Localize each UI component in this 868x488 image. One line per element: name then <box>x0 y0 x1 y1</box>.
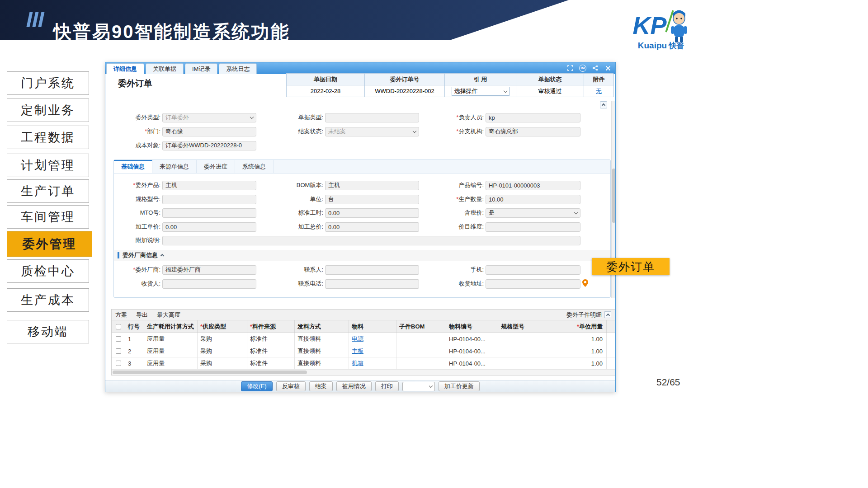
status-badge: 审核通过 <box>516 85 584 97</box>
subtab-outsource-progress[interactable]: 委外进度 <box>197 160 235 173</box>
share-icon[interactable] <box>591 64 599 72</box>
receiver-input[interactable] <box>162 279 256 289</box>
contact-input[interactable] <box>325 265 419 275</box>
toolbar-max-height-button[interactable]: 最大高度 <box>157 311 180 319</box>
department-input[interactable]: 奇石缘 <box>162 127 256 136</box>
processing-price-update-button[interactable]: 加工价更新 <box>439 381 480 391</box>
close-status-select[interactable]: 未结案 <box>325 127 419 136</box>
price-dimension-input[interactable] <box>486 222 580 232</box>
tab-im-records[interactable]: IM记录 <box>185 63 217 74</box>
collapse-form-button[interactable] <box>600 101 607 108</box>
phone-input[interactable] <box>325 279 419 289</box>
grid-col-consumption-calc[interactable]: 生产耗用计算方式 <box>144 320 198 333</box>
sidebar-item-production-order[interactable]: 生产订单 <box>7 179 89 203</box>
sidebar-item-workshop-management[interactable]: 车间管理 <box>7 205 89 229</box>
doc-type-input[interactable] <box>325 113 419 122</box>
header-col-status: 单据状态 <box>516 74 584 85</box>
unapprove-button[interactable]: 反审核 <box>276 381 306 391</box>
attachment-link[interactable]: 无 <box>596 87 602 95</box>
grid-col-spec[interactable]: 规格型号 <box>498 320 550 333</box>
close-icon[interactable] <box>604 64 612 72</box>
note-textarea[interactable] <box>162 236 580 245</box>
collapse-grid-button[interactable] <box>604 311 611 318</box>
tax-included-select[interactable]: 是 <box>486 208 580 218</box>
select-all-checkbox[interactable] <box>116 324 121 329</box>
row-checkbox[interactable] <box>116 361 121 366</box>
mobile-input[interactable] <box>486 265 580 275</box>
grid-header-row: 行号 生产耗用计算方式 *供应类型 *料件来源 发料方式 物料 子件BOM 物料… <box>112 320 615 333</box>
scrollbar-thumb[interactable] <box>612 169 615 223</box>
grid-col-unit-usage[interactable]: *单位用量 <box>550 320 607 333</box>
collapse-section-icon[interactable] <box>160 254 164 258</box>
scrollbar-thumb[interactable] <box>113 371 307 374</box>
sidebar-item-quality-center[interactable]: 质检中心 <box>7 259 89 283</box>
material-link[interactable]: 机箱 <box>352 359 363 367</box>
branch-input[interactable]: 奇石缘总部 <box>486 127 580 136</box>
modify-button[interactable]: 修改(E) <box>241 381 272 391</box>
std-hours-input[interactable]: 0.00 <box>325 208 419 218</box>
address-input[interactable] <box>486 279 580 289</box>
grid-col-child-bom[interactable]: 子件BOM <box>396 320 446 333</box>
material-link[interactable]: 电源 <box>352 335 363 343</box>
grid-col-material-code[interactable]: 物料编号 <box>446 320 498 333</box>
grid-col-line-no[interactable]: 行号 <box>125 320 144 333</box>
footer-button-bar: 修改(E) 反审核 结案 被用情况 打印 加工价更新 <box>105 380 615 392</box>
table-row[interactable]: 1 应用量 采购 标准件 直接领料 电源 HP-0104-00... 1.00 <box>112 333 615 345</box>
kp-monogram: KP <box>632 6 666 44</box>
horizontal-scrollbar[interactable] <box>112 370 615 375</box>
grid-toolbar: 方案 导出 最大高度 委外子件明细 <box>112 310 615 320</box>
unit-input[interactable]: 台 <box>325 195 419 204</box>
total-price-input[interactable]: 0.00 <box>325 222 419 232</box>
grid-col-material[interactable]: 物料 <box>349 320 396 333</box>
production-qty-input[interactable]: 10.00 <box>486 195 580 204</box>
tab-detail-info[interactable]: 详细信息 <box>106 63 144 74</box>
reference-action-select[interactable]: 选择操作 <box>452 87 509 96</box>
grid-col-issue-method[interactable]: 发料方式 <box>295 320 349 333</box>
chevron-down-icon <box>413 129 416 133</box>
bom-version-input[interactable]: 主机 <box>325 181 419 190</box>
sidebar-item-plan-management[interactable]: 计划管理 <box>7 154 89 177</box>
material-link[interactable]: 主板 <box>352 347 363 355</box>
slide: 快普易90智能制造系统功能 KP Kuaipu快普 门户系统 定制业务 工程数据… <box>0 0 868 488</box>
owner-input[interactable]: kp <box>486 113 580 122</box>
grid-col-material-source[interactable]: *料件来源 <box>247 320 295 333</box>
sidebar-item-portal[interactable]: 门户系统 <box>7 71 89 95</box>
outsource-type-select[interactable]: 订单委外 <box>162 113 256 122</box>
product-code-input[interactable]: HP-0101-00000003 <box>486 181 580 190</box>
subtab-basic-info[interactable]: 基础信息 <box>114 160 152 173</box>
sidebar-item-mobile[interactable]: 移动端 <box>7 320 89 343</box>
grid-col-supply-type[interactable]: *供应类型 <box>198 320 247 333</box>
row-checkbox[interactable] <box>116 348 121 354</box>
close-case-button[interactable]: 结案 <box>309 381 333 391</box>
fullscreen-icon[interactable] <box>566 64 574 72</box>
im-icon[interactable]: IM <box>579 65 586 72</box>
product-input[interactable]: 主机 <box>162 181 256 190</box>
window-tabs: 详细信息 关联单据 IM记录 系统日志 <box>105 62 257 74</box>
vendor-section-header: 委外厂商信息 <box>114 250 610 261</box>
location-pin-icon[interactable] <box>582 279 588 288</box>
sidebar-item-engineering-data[interactable]: 工程数据 <box>7 126 89 149</box>
mto-input[interactable] <box>162 208 256 218</box>
sidebar-item-production-cost[interactable]: 生产成本 <box>7 288 89 312</box>
print-button[interactable]: 打印 <box>375 381 399 391</box>
tab-related-docs[interactable]: 关联单据 <box>146 63 184 74</box>
table-row[interactable]: 3 应用量 采购 标准件 直接领料 机箱 HP-0104-00... 1.00 <box>112 357 615 370</box>
page-title: 委外订单 <box>118 78 152 89</box>
usage-button[interactable]: 被用情况 <box>336 381 372 391</box>
row-checkbox[interactable] <box>116 336 121 342</box>
cost-object-input[interactable]: 订单委外WWDD-20220228-0 <box>162 141 256 150</box>
toolbar-export-button[interactable]: 导出 <box>136 311 148 319</box>
sidebar-item-outsourcing-management[interactable]: 委外管理 <box>7 231 92 257</box>
vendor-input[interactable]: 福建委外厂商 <box>162 265 256 275</box>
unit-price-input[interactable]: 0.00 <box>162 222 256 232</box>
table-row[interactable]: 2 应用量 采购 标准件 直接领料 主板 HP-0104-00... 1.00 <box>112 345 615 357</box>
sidebar-item-custom-business[interactable]: 定制业务 <box>7 99 89 122</box>
subtab-system-info[interactable]: 系统信息 <box>235 160 274 173</box>
more-actions-select[interactable] <box>402 382 435 391</box>
tab-system-log[interactable]: 系统日志 <box>219 63 257 74</box>
subtab-source-doc[interactable]: 来源单信息 <box>152 160 197 173</box>
toolbar-scheme-button[interactable]: 方案 <box>115 311 127 319</box>
field-doc-type: 单据类型: <box>282 113 419 122</box>
field-note: 附加说明: <box>114 235 580 245</box>
spec-input[interactable] <box>162 195 256 204</box>
